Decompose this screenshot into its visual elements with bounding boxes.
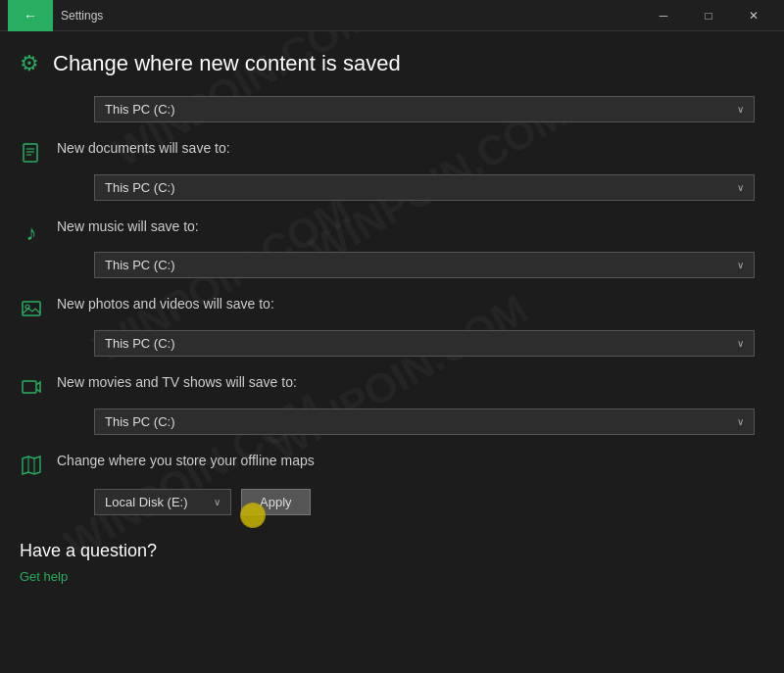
maps-icon (20, 455, 43, 481)
get-help-link[interactable]: Get help (20, 569, 68, 584)
maximize-button[interactable]: □ (686, 0, 731, 31)
title-bar: ← Settings ─ □ ✕ (0, 0, 784, 31)
photos-dropdown-value: This PC (C:) (105, 336, 175, 351)
photos-dropdown-arrow: ∨ (737, 338, 744, 349)
help-title: Have a question? (20, 541, 755, 561)
title-bar-left: ← Settings (8, 0, 103, 31)
movies-row: New movies and TV shows will save to: (20, 374, 755, 403)
movies-dropdown-value: This PC (C:) (105, 414, 175, 429)
maps-dropdown[interactable]: Local Disk (E:) ∨ (94, 489, 231, 515)
music-section: ♪ New music will save to: This PC (C:) ∨ (20, 218, 755, 278)
documents-dropdown-arrow: ∨ (737, 182, 744, 193)
svg-rect-0 (24, 144, 37, 162)
music-label: New music will save to: (57, 218, 199, 234)
svg-rect-6 (23, 381, 36, 393)
photos-dropdown[interactable]: This PC (C:) ∨ (94, 330, 755, 357)
photos-icon (20, 298, 43, 324)
movies-label: New movies and TV shows will save to: (57, 374, 297, 390)
movies-section: New movies and TV shows will save to: Th… (20, 374, 755, 435)
maps-row: Change where you store your offline maps (20, 453, 755, 481)
movies-icon (20, 376, 43, 403)
apps-section: This PC (C:) ∨ (20, 96, 755, 122)
maps-section: Change where you store your offline maps… (20, 453, 755, 515)
apps-dropdown-value: This PC (C:) (105, 102, 175, 117)
window-controls: ─ □ ✕ (641, 0, 776, 31)
apply-button[interactable]: Apply (241, 489, 311, 515)
apply-button-label: Apply (260, 495, 292, 509)
svg-point-5 (25, 305, 29, 309)
maps-dropdown-arrow: ∨ (214, 497, 220, 507)
documents-row: New documents will save to: (20, 140, 755, 168)
music-dropdown-value: This PC (C:) (105, 258, 175, 272)
photos-section: New photos and videos will save to: This… (20, 296, 755, 357)
documents-dropdown[interactable]: This PC (C:) ∨ (94, 174, 755, 201)
movies-dropdown-arrow: ∨ (737, 416, 744, 427)
page-header: ⚙ Change where new content is saved (20, 51, 755, 76)
music-icon: ♪ (20, 220, 43, 246)
maps-dropdown-value: Local Disk (E:) (105, 495, 188, 509)
maximize-icon: □ (705, 9, 711, 23)
help-section: Have a question? Get help (20, 541, 755, 585)
documents-label: New documents will save to: (57, 140, 230, 156)
svg-rect-4 (23, 302, 40, 315)
music-dropdown[interactable]: This PC (C:) ∨ (94, 252, 755, 278)
maps-label: Change where you store your offline maps (57, 453, 315, 468)
documents-section: New documents will save to: This PC (C:)… (20, 140, 755, 201)
close-icon: ✕ (749, 9, 759, 23)
documents-dropdown-value: This PC (C:) (105, 180, 175, 195)
close-button[interactable]: ✕ (731, 0, 776, 31)
documents-icon (20, 142, 43, 168)
photos-label: New photos and videos will save to: (57, 296, 274, 312)
music-row: ♪ New music will save to: (20, 218, 755, 246)
photos-row: New photos and videos will save to: (20, 296, 755, 324)
apps-dropdown[interactable]: This PC (C:) ∨ (94, 96, 755, 122)
movies-dropdown[interactable]: This PC (C:) ∨ (94, 409, 755, 435)
window-title: Settings (61, 9, 103, 23)
offline-maps-controls: Local Disk (E:) ∨ Apply (57, 489, 755, 515)
back-button[interactable]: ← (8, 0, 53, 31)
content-area: WINPOIN.COM WINPOIN.COM WINPOIN.COM WINP… (0, 31, 784, 673)
music-dropdown-arrow: ∨ (737, 260, 744, 270)
minimize-icon: ─ (660, 9, 668, 23)
page-title: Change where new content is saved (53, 51, 401, 76)
apps-dropdown-arrow: ∨ (737, 104, 744, 115)
svg-marker-7 (23, 457, 40, 474)
settings-gear-icon: ⚙ (20, 51, 39, 76)
main-area: WINPOIN.COM WINPOIN.COM WINPOIN.COM WINP… (0, 31, 784, 673)
back-icon: ← (24, 8, 37, 24)
minimize-button[interactable]: ─ (641, 0, 686, 31)
